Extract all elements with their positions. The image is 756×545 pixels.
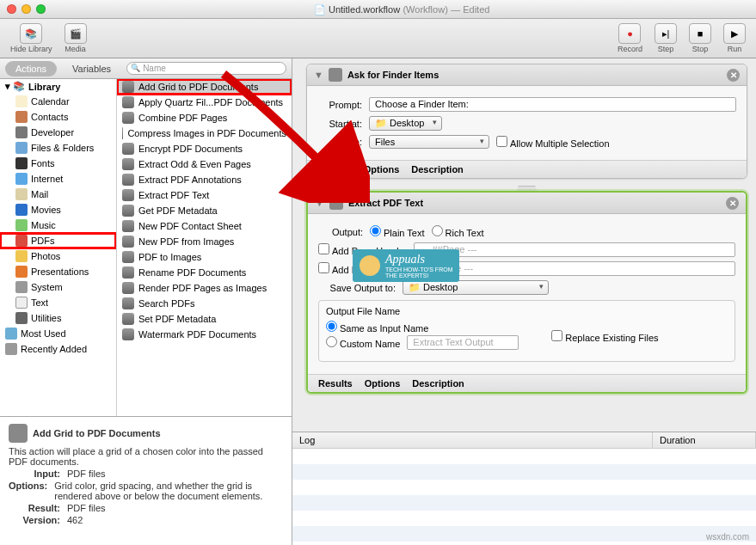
media-button[interactable]: 🎬Media — [65, 23, 87, 53]
results-tab[interactable]: Results — [317, 164, 352, 175]
step-button[interactable]: ▸|Step — [655, 23, 677, 53]
action-icon — [122, 313, 134, 325]
footer-input[interactable]: --- ##Page --- — [410, 261, 735, 276]
results-tab[interactable]: Results — [318, 378, 353, 389]
tree-recently-added[interactable]: Recently Added — [0, 341, 116, 357]
library-tree: ▾ 📚 Library Calendar Contacts Developer … — [0, 79, 117, 416]
tab-actions[interactable]: Actions — [5, 61, 57, 77]
log-pane: Log Duration — [292, 432, 756, 545]
rich-text-radio[interactable]: Rich Text — [432, 225, 484, 238]
tree-utilities[interactable]: Utilities — [0, 310, 116, 326]
description-tab[interactable]: Description — [411, 164, 464, 175]
action-item[interactable]: Render PDF Pages as Images — [117, 280, 292, 296]
log-column-header[interactable]: Log — [292, 432, 653, 448]
header-input[interactable]: --- ##Page --- — [414, 242, 735, 257]
action-item[interactable]: Set PDF Metadata — [117, 311, 292, 327]
replace-checkbox[interactable]: Replace Existing Files — [551, 333, 658, 343]
remove-action-button[interactable]: ✕ — [726, 197, 739, 210]
tree-files-folders[interactable]: Files & Folders — [0, 140, 116, 156]
action-header[interactable]: ▼ Extract PDF Text ✕ — [308, 193, 746, 214]
action-icon — [122, 266, 134, 279]
action-item[interactable]: Search PDFs — [117, 296, 292, 311]
run-button[interactable]: ▶Run — [723, 23, 746, 53]
page-header-checkbox[interactable]: Add Page Header — [318, 243, 407, 256]
action-item[interactable]: Extract Odd & Even Pages — [117, 156, 292, 172]
library-root[interactable]: ▾ 📚 Library — [0, 79, 116, 94]
plain-text-radio[interactable]: Plain Text — [370, 225, 425, 238]
tree-fonts[interactable]: Fonts — [0, 156, 116, 171]
output-filename-label: Output File Name — [326, 306, 728, 316]
action-item[interactable]: Apply Quartz Fil...PDF Documents — [117, 95, 292, 110]
action-item[interactable]: Combine PDF Pages — [117, 110, 292, 126]
options-tab[interactable]: Options — [364, 164, 400, 175]
action-header[interactable]: ▼ Ask for Finder Items ✕ — [307, 64, 747, 86]
prompt-input[interactable]: Choose a Finder Item: — [369, 97, 736, 112]
action-item[interactable]: Add Grid to PDF Documents — [117, 79, 292, 95]
hide-library-button[interactable]: 📚Hide Library — [10, 23, 52, 53]
options-tab[interactable]: Options — [365, 378, 401, 389]
info-title: Add Grid to PDF Documents — [9, 424, 283, 443]
action-icon — [122, 282, 134, 294]
tree-text[interactable]: Text — [0, 295, 116, 310]
remove-action-button[interactable]: ✕ — [727, 69, 740, 82]
action-item[interactable]: PDF to Images — [117, 249, 292, 265]
tree-developer[interactable]: Developer — [0, 125, 116, 140]
action-item[interactable]: Extract PDF Annotations — [117, 172, 292, 187]
window-title-bar: 📄 Untitled.workflow (Workflow) — Edited — [0, 0, 756, 19]
zoom-window-button[interactable] — [36, 4, 46, 14]
info-description: This action will place a grid of a chose… — [9, 446, 283, 467]
stop-button[interactable]: ■Stop — [689, 23, 711, 53]
tree-calendar[interactable]: Calendar — [0, 94, 116, 109]
action-icon — [122, 297, 134, 309]
tree-presentations[interactable]: Presentations — [0, 264, 116, 279]
pdf-icon — [329, 196, 343, 210]
minimize-window-button[interactable] — [22, 4, 31, 14]
custom-name-radio[interactable]: Custom Name — [326, 336, 400, 349]
search-input[interactable]: Name — [126, 62, 286, 75]
actions-list: Add Grid to PDF DocumentsApply Quartz Fi… — [117, 79, 292, 416]
action-icon — [122, 174, 134, 186]
tree-internet[interactable]: Internet — [0, 171, 116, 187]
collapse-icon[interactable]: ▼ — [314, 70, 323, 80]
action-item[interactable]: Rename PDF Documents — [117, 265, 292, 280]
workflow-action-extract-pdf: ▼ Extract PDF Text ✕ Output: Plain Text … — [306, 191, 747, 394]
finder-icon — [329, 68, 342, 82]
action-icon — [122, 81, 134, 93]
action-item[interactable]: Get PDF Metadata — [117, 203, 292, 218]
description-tab[interactable]: Description — [412, 378, 464, 389]
action-item[interactable]: Compress Images in PDF Documents — [117, 126, 292, 141]
start-at-select[interactable]: 📁 Desktop — [369, 116, 442, 131]
library-tabs: Actions Variables Name — [0, 58, 292, 79]
tree-most-used[interactable]: Most Used — [0, 326, 116, 341]
action-icon — [122, 112, 134, 124]
tab-variables[interactable]: Variables — [62, 61, 121, 77]
custom-name-input[interactable]: Extract Text Output — [407, 335, 519, 350]
save-output-select[interactable]: 📁 Desktop — [403, 280, 549, 295]
tree-contacts[interactable]: Contacts — [0, 109, 116, 125]
same-name-radio[interactable]: Same as Input Name — [326, 323, 428, 334]
tree-pdfs[interactable]: PDFs — [0, 233, 116, 248]
toolbar: 📚Hide Library 🎬Media ●Record ▸|Step ■Sto… — [0, 19, 756, 58]
duration-column-header[interactable]: Duration — [653, 432, 756, 448]
action-item[interactable]: Encrypt PDF Documents — [117, 141, 292, 156]
tree-mail[interactable]: Mail — [0, 187, 116, 202]
allow-multiple-checkbox[interactable]: Allow Multiple Selection — [496, 136, 610, 149]
tree-system[interactable]: System — [0, 279, 116, 295]
type-select[interactable]: Files — [369, 135, 489, 149]
record-button[interactable]: ●Record — [618, 23, 642, 53]
action-icon — [122, 236, 134, 248]
tree-movies[interactable]: Movies — [0, 202, 116, 217]
action-item[interactable]: Extract PDF Text — [117, 187, 292, 203]
action-item[interactable]: Watermark PDF Documents — [117, 327, 292, 342]
tree-music[interactable]: Music — [0, 217, 116, 233]
close-window-button[interactable] — [7, 4, 16, 14]
window-title: 📄 Untitled.workflow (Workflow) — Edited — [54, 3, 749, 15]
action-item[interactable]: New PDF from Images — [117, 234, 292, 249]
action-icon — [122, 328, 134, 340]
tree-photos[interactable]: Photos — [0, 248, 116, 264]
pdf-icon — [9, 424, 28, 443]
collapse-icon[interactable]: ▼ — [315, 198, 324, 208]
action-icon — [122, 158, 134, 170]
page-footer-checkbox[interactable]: Add Page Footer — [318, 262, 403, 275]
action-item[interactable]: New PDF Contact Sheet — [117, 218, 292, 234]
